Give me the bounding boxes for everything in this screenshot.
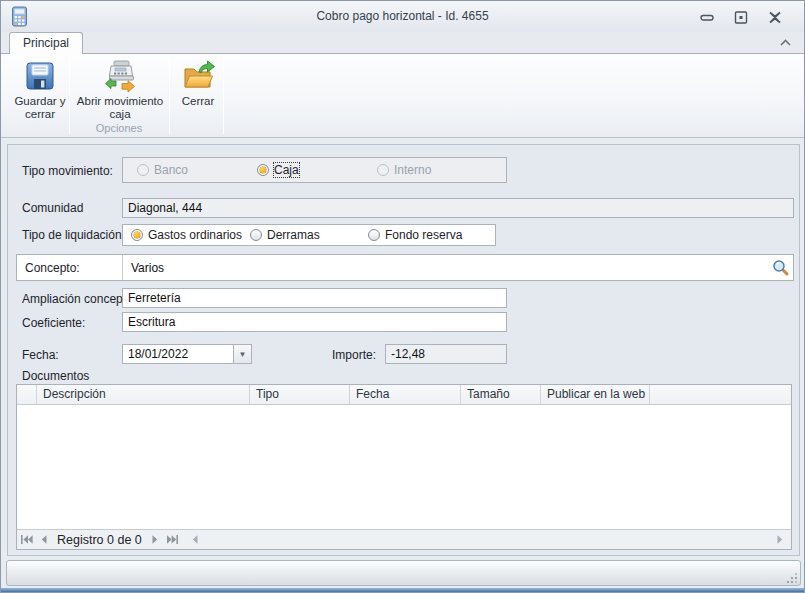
grid-body-empty <box>17 405 791 529</box>
radio-derramas-circle[interactable] <box>250 229 262 241</box>
grid-navigator: Registro 0 de 0 <box>17 529 791 549</box>
save-and-close-button[interactable]: Guardar y cerrar <box>13 57 67 121</box>
tipo-movimiento-label: Tipo movimiento: <box>22 164 113 178</box>
radio-fondo-reserva[interactable]: Fondo reserva <box>368 225 462 245</box>
coeficiente-field[interactable]: Escritura <box>122 312 507 332</box>
tipo-liquidacion-label: Tipo de liquidación: <box>22 228 125 242</box>
close-button[interactable] <box>764 9 786 26</box>
radio-derramas[interactable]: Derramas <box>250 225 320 245</box>
open-cash-movement-button[interactable]: Abrir movimiento caja <box>73 57 167 121</box>
radio-fondo-circle[interactable] <box>368 229 380 241</box>
nav-first-button[interactable] <box>17 531 35 549</box>
window-title: Cobro pago horizontal - Id. 4655 <box>1 9 804 23</box>
save-and-close-label: Guardar y cerrar <box>13 95 67 121</box>
grid-header-fecha[interactable]: Fecha <box>350 385 461 404</box>
ribbon-group-caption: Opciones <box>69 122 169 134</box>
nav-next-button[interactable] <box>146 531 164 549</box>
resize-grip[interactable] <box>791 577 793 579</box>
ampliacion-concepto-value: Ferretería <box>128 291 181 305</box>
fecha-label: Fecha: <box>22 348 59 362</box>
fecha-dropdown-button[interactable]: ▼ <box>233 345 251 363</box>
grid-header-publicar[interactable]: Publicar en la web <box>541 385 650 404</box>
radio-banco-circle <box>137 164 149 176</box>
nav-prev-button[interactable] <box>35 531 53 549</box>
ribbon-collapse-icon[interactable] <box>779 37 792 49</box>
importe-label: Importe: <box>332 348 376 362</box>
radio-caja-label: Caja <box>274 163 299 177</box>
open-folder-icon <box>181 59 215 93</box>
grid-header-tamano[interactable]: Tamaño <box>461 385 541 404</box>
radio-gastos-circle[interactable] <box>131 229 143 241</box>
app-window: Cobro pago horizontal - Id. 4655 Princip… <box>0 0 805 593</box>
scroll-right-icon[interactable] <box>771 530 789 548</box>
radio-interno-label: Interno <box>394 163 431 177</box>
radio-gastos-ordinarios[interactable]: Gastos ordinarios <box>131 225 242 245</box>
radio-fondo-label: Fondo reserva <box>385 228 462 242</box>
close-form-button[interactable]: Cerrar <box>173 57 223 121</box>
search-icon <box>772 259 789 276</box>
ampliacion-concepto-field[interactable]: Ferretería <box>122 288 507 308</box>
tipo-liquidacion-group: Gastos ordinarios Derramas Fondo reserva <box>122 224 496 246</box>
radio-banco: Banco <box>137 158 188 182</box>
scroll-left-icon[interactable] <box>186 530 204 548</box>
comunidad-value: Diagonal, 444 <box>128 201 202 215</box>
ribbon-separator <box>169 57 170 134</box>
radio-gastos-label: Gastos ordinarios <box>148 228 242 242</box>
tipo-movimiento-group: Banco Caja Interno <box>122 157 507 183</box>
radio-interno-circle <box>377 164 389 176</box>
coeficiente-value: Escritura <box>128 315 175 329</box>
radio-interno: Interno <box>377 158 431 182</box>
importe-value: -12,48 <box>391 347 425 361</box>
comunidad-label: Comunidad <box>22 201 83 215</box>
tab-principal[interactable]: Principal <box>9 32 83 54</box>
navigator-record-text: Registro 0 de 0 <box>53 533 146 547</box>
cash-register-icon <box>103 59 137 93</box>
radio-derramas-label: Derramas <box>267 228 320 242</box>
grid-header-indicator <box>17 385 37 404</box>
open-cash-movement-label: Abrir movimiento caja <box>73 95 167 121</box>
concepto-label: Concepto: <box>17 255 123 280</box>
window-bottom-edge <box>1 588 804 592</box>
concepto-search-button[interactable] <box>769 257 791 278</box>
title-bar: Cobro pago horizontal - Id. 4655 <box>1 1 804 32</box>
ribbon-body: Guardar y cerrar Abrir movimiento caja <box>1 54 804 138</box>
grid-header-descripcion[interactable]: Descripción <box>37 385 250 404</box>
form-panel: Tipo movimiento: Banco Caja Interno Comu… <box>7 144 800 556</box>
concepto-row: Concepto: Varios <box>16 254 794 281</box>
ampliacion-concepto-label: Ampliación concepto: <box>22 292 136 306</box>
grid-header-filler <box>650 385 791 404</box>
radio-caja-circle[interactable] <box>257 164 269 176</box>
close-form-label: Cerrar <box>182 95 215 108</box>
status-bar <box>6 560 801 586</box>
chevron-down-icon: ▼ <box>239 350 247 359</box>
horizontal-scrollbar[interactable] <box>182 530 791 549</box>
grid-header-row: Descripción Tipo Fecha Tamaño Publicar e… <box>17 385 791 405</box>
nav-last-button[interactable] <box>164 531 182 549</box>
radio-banco-label: Banco <box>154 163 188 177</box>
concepto-value: Varios <box>131 261 164 275</box>
concepto-field[interactable]: Varios <box>131 255 767 280</box>
ribbon-tab-row: Principal <box>1 32 804 54</box>
documentos-label: Documentos <box>22 369 89 383</box>
save-icon <box>23 59 57 93</box>
fecha-field[interactable]: 18/01/2022 ▼ <box>122 344 252 364</box>
coeficiente-label: Coeficiente: <box>22 316 85 330</box>
radio-caja[interactable]: Caja <box>257 158 299 182</box>
ribbon-separator <box>223 57 224 134</box>
comunidad-field: Diagonal, 444 <box>122 198 794 218</box>
importe-field: -12,48 <box>385 344 507 364</box>
minimize-button[interactable] <box>696 9 718 26</box>
grid-header-tipo[interactable]: Tipo <box>250 385 350 404</box>
documentos-grid: Descripción Tipo Fecha Tamaño Publicar e… <box>16 384 792 550</box>
maximize-button[interactable] <box>730 9 752 26</box>
fecha-value: 18/01/2022 <box>128 345 188 363</box>
